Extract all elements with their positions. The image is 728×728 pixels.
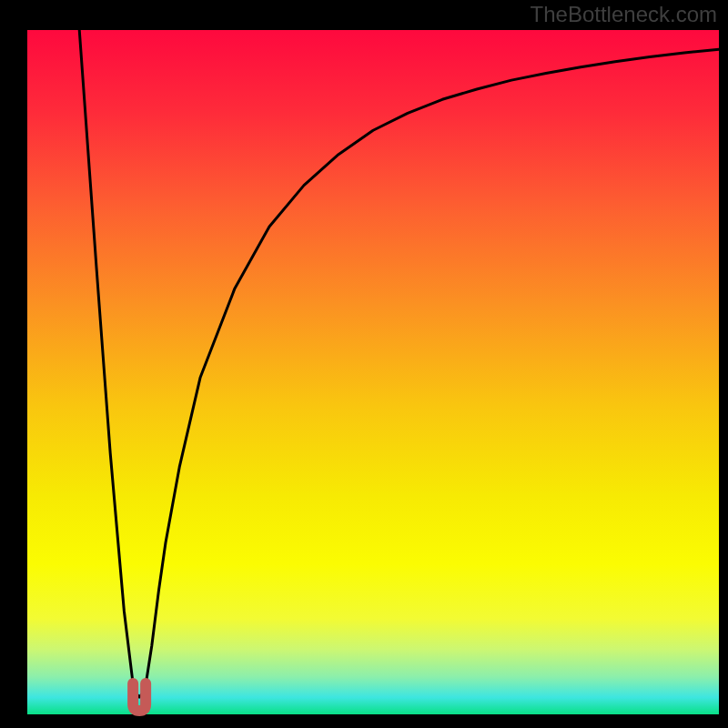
bottleneck-chart	[0, 0, 728, 728]
chart-frame: TheBottleneck.com	[0, 0, 728, 728]
plot-gradient-background	[27, 30, 719, 714]
watermark-text: TheBottleneck.com	[531, 2, 717, 27]
